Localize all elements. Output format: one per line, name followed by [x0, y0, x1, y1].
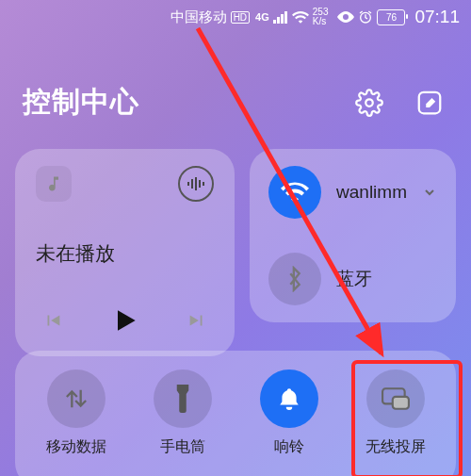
alarm-icon: [358, 9, 373, 25]
svg-rect-1: [277, 17, 280, 24]
bluetooth-label: 蓝牙: [336, 267, 437, 291]
wifi-row[interactable]: wanlimm: [250, 149, 456, 236]
tile-label: 无线投屏: [365, 437, 426, 457]
next-button[interactable]: [186, 310, 208, 335]
gear-icon: [355, 89, 383, 117]
svg-rect-3: [284, 11, 287, 24]
eye-icon: [337, 10, 354, 24]
tile-label: 响铃: [274, 437, 304, 457]
clock: 07:11: [414, 7, 460, 27]
status-bar: 中国移动 HD 4G 253K/s 76 07:11: [0, 0, 471, 34]
updown-icon: [63, 386, 89, 412]
music-note-icon: [36, 166, 72, 202]
hd-badge: HD: [231, 11, 250, 24]
svg-rect-10: [199, 180, 201, 188]
page-title: 控制中心: [23, 83, 139, 122]
play-icon: [110, 305, 140, 336]
network-type: 4G: [255, 11, 269, 23]
control-center-header: 控制中心: [23, 83, 448, 122]
bluetooth-row[interactable]: 蓝牙: [250, 236, 456, 322]
tile-torch[interactable]: 手电筒: [129, 362, 236, 476]
wifi-label: wanlimm: [336, 182, 407, 203]
cast-icon: [382, 387, 410, 410]
bluetooth-icon: [284, 266, 305, 292]
torch-icon: [173, 385, 192, 413]
connectivity-card: wanlimm 蓝牙: [250, 149, 456, 322]
svg-rect-2: [281, 14, 284, 24]
wifi-toggle[interactable]: [268, 166, 321, 219]
settings-button[interactable]: [350, 84, 388, 122]
speed-indicator: 253K/s: [313, 8, 329, 26]
tile-label: 移动数据: [46, 437, 106, 457]
chevron-down-icon[interactable]: [422, 185, 437, 200]
svg-rect-0: [273, 20, 276, 24]
media-card[interactable]: 未在播放: [15, 149, 235, 356]
sound-bars-icon: [187, 177, 204, 190]
edit-icon: [415, 89, 444, 117]
svg-rect-13: [392, 397, 408, 409]
battery-indicator: 76: [377, 9, 405, 25]
tile-cast[interactable]: 无线投屏: [342, 362, 448, 476]
next-icon: [186, 310, 208, 331]
signal-icon: [273, 10, 288, 24]
quick-tiles-card: 移动数据 手电筒 响铃 无线投屏: [15, 351, 456, 476]
tile-label: 手电筒: [160, 437, 205, 457]
bell-icon: [277, 386, 301, 412]
edit-button[interactable]: [411, 84, 448, 122]
bluetooth-toggle[interactable]: [268, 253, 321, 305]
svg-rect-11: [203, 182, 204, 186]
svg-rect-7: [187, 182, 189, 186]
tile-mobile-data[interactable]: 移动数据: [23, 362, 129, 476]
wifi-icon: [281, 181, 309, 204]
prev-icon: [41, 310, 64, 331]
carrier-label: 中国移动: [171, 8, 227, 26]
wifi-icon: [292, 10, 309, 24]
svg-rect-9: [195, 177, 197, 190]
tile-ring[interactable]: 响铃: [236, 362, 342, 476]
play-button[interactable]: [110, 305, 140, 339]
media-title: 未在播放: [36, 240, 214, 267]
prev-button[interactable]: [41, 310, 64, 335]
svg-point-5: [365, 99, 373, 107]
svg-rect-8: [191, 179, 193, 189]
audio-output-button[interactable]: [178, 166, 214, 202]
